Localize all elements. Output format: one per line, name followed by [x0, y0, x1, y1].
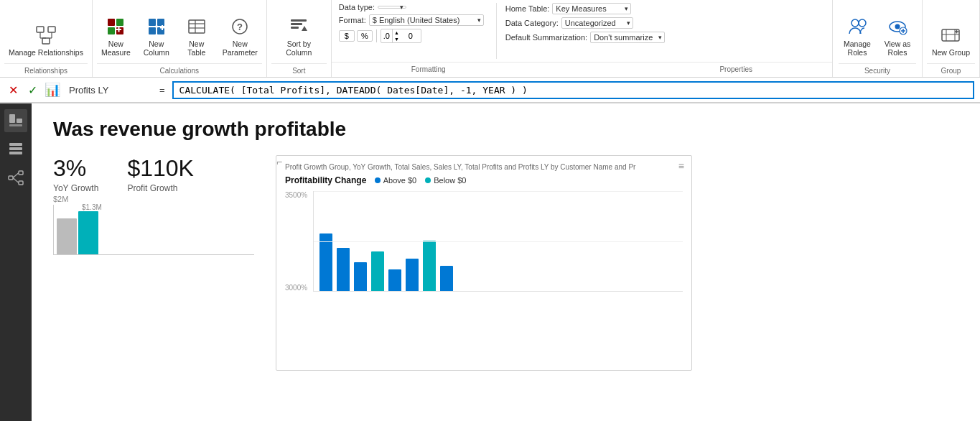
ribbon-group-group: New Group Group — [923, 0, 980, 77]
increment-btn[interactable]: ▲ — [392, 29, 401, 36]
percent-format-btn[interactable]: % — [357, 30, 373, 42]
format-buttons-row: $ % .0 ▲ ▼ — [339, 29, 487, 43]
chart-bar-6 — [406, 259, 419, 291]
data-category-row: Data Category: Uncategorized — [505, 17, 683, 29]
svg-rect-27 — [291, 27, 299, 29]
spinbox-buttons: ▲ ▼ — [392, 29, 401, 42]
sort-by-column-button[interactable]: Sort byColumn — [280, 14, 317, 59]
default-summarization-row: Default Summarization: Don't summarize — [505, 32, 683, 43]
format-dropdown[interactable]: $ English (United States) — [369, 14, 484, 26]
content-body: 3% YoY Growth $110K Profit Growth $2M — [53, 155, 958, 371]
decimal-dot: .0 — [381, 32, 392, 40]
decimal-spinbox[interactable]: .0 ▲ ▼ — [381, 29, 421, 43]
ribbon-group-security: ManageRoles View asRoles — [833, 0, 923, 77]
formula-text: CALCULATE( [Total Profits], DATEADD( Dat… — [179, 85, 528, 96]
sidebar-report-icon[interactable] — [4, 109, 27, 132]
security-group-label: Security — [864, 65, 890, 77]
svg-rect-48 — [9, 176, 13, 180]
svg-rect-50 — [19, 181, 23, 185]
formula-confirm-button[interactable]: ✓ — [25, 82, 40, 98]
new-parameter-icon: ? — [228, 15, 251, 38]
new-measure-label: NewMeasure — [101, 40, 131, 57]
new-column-button[interactable]: NewColumn — [138, 14, 175, 59]
metrics-row: 3% YoY Growth $110K Profit Growth — [53, 155, 254, 193]
drag-handle[interactable]: ≡ — [678, 160, 684, 172]
relationships-items: Manage Relationships — [4, 3, 88, 62]
calculations-group-label-row: Calculations — [97, 63, 262, 77]
svg-rect-19 — [189, 20, 205, 33]
security-items: ManageRoles View asRoles — [839, 3, 916, 62]
new-parameter-button[interactable]: ? NewParameter — [218, 14, 262, 59]
bar-chart-bars — [53, 205, 254, 255]
formula-bar: ✕ ✓ 📊 Profits LY = CALCULATE( [Total Pro… — [0, 78, 980, 103]
content-inner: Was revenue growth profitable 3% YoY Gro… — [53, 118, 958, 407]
ribbon-group-calculations: NewMeasure NewColumn — [93, 0, 267, 77]
left-content: 3% YoY Growth $110K Profit Growth $2M — [53, 155, 254, 371]
decrement-btn[interactable]: ▼ — [392, 36, 401, 42]
profitability-label: Profitability Change — [285, 175, 366, 185]
svg-line-51 — [13, 173, 19, 178]
data-category-label: Data Category: — [505, 19, 559, 27]
view-as-roles-button[interactable]: View asRoles — [879, 14, 916, 59]
new-table-button[interactable]: NewTable — [178, 14, 215, 59]
profitability-row: Profitability Change Above $0 Below $0 — [285, 175, 683, 185]
svg-point-30 — [859, 19, 866, 27]
grid-line-top — [314, 191, 683, 192]
svg-rect-2 — [42, 38, 50, 44]
decimal-input[interactable] — [401, 31, 421, 41]
default-summarization-label: Default Summarization: — [505, 33, 587, 42]
svg-rect-15 — [149, 27, 156, 34]
manage-roles-button[interactable]: ManageRoles — [839, 14, 876, 59]
default-summarization-dropdown[interactable]: Don't summarize — [590, 32, 665, 43]
new-group-button[interactable]: New Group — [928, 22, 974, 59]
formatting-left: Data type: Format: $ English (United Sta… — [339, 3, 497, 59]
ribbon: Manage Relationships Relationships — [0, 0, 980, 78]
right-panel: ≡ ⌐ Profit Growth Group, YoY Growth, Tot… — [276, 155, 692, 371]
page-title: Was revenue growth profitable — [53, 118, 958, 141]
svg-rect-13 — [149, 19, 156, 26]
svg-rect-14 — [157, 19, 164, 26]
legend-above: Above $0 — [375, 176, 416, 185]
ribbon-tabs: Manage Relationships Relationships — [0, 0, 980, 77]
yoy-label: YoY Growth — [53, 183, 98, 193]
data-category-dropdown[interactable]: Uncategorized — [561, 17, 633, 29]
chart-area: 3500% 3000% — [285, 191, 683, 292]
svg-text:?: ? — [237, 22, 243, 32]
new-column-label: NewColumn — [144, 40, 169, 57]
new-group-label: New Group — [932, 48, 970, 57]
svg-rect-42 — [9, 114, 15, 123]
relationships-group-label: Relationships — [24, 65, 67, 77]
new-measure-button[interactable]: NewMeasure — [97, 14, 135, 59]
home-table-dropdown[interactable]: Key Measures — [552, 3, 631, 14]
below-label: Below $0 — [434, 176, 466, 185]
sidebar-data-icon[interactable] — [4, 138, 27, 161]
chart-columns — [313, 191, 683, 292]
calculations-group-label: Calculations — [160, 65, 199, 77]
formula-equals: = — [157, 85, 168, 96]
group-group-label-row: Group — [927, 63, 975, 77]
data-type-dropdown[interactable] — [378, 6, 406, 9]
svg-rect-9 — [108, 27, 115, 34]
left-sidebar — [0, 103, 32, 421]
manage-roles-label: ManageRoles — [844, 40, 871, 57]
y-label-3000: 3000% — [285, 284, 307, 292]
format-row-outer: Format: $ English (United States) — [339, 14, 487, 26]
sidebar-model-icon[interactable] — [4, 167, 27, 190]
legend-below: Below $0 — [425, 176, 466, 185]
above-dot — [375, 177, 381, 183]
manage-relationships-button[interactable]: Manage Relationships — [4, 22, 88, 59]
formula-field-name: Profits LY — [66, 83, 152, 97]
ribbon-formatting-section: Data type: Format: $ English (United Sta… — [332, 0, 833, 77]
security-group-label-row: Security — [839, 63, 916, 77]
chart-bar-1 — [319, 233, 332, 291]
main-area: Was revenue growth profitable 3% YoY Gro… — [0, 103, 980, 421]
formula-expression[interactable]: CALCULATE( [Total Profits], DATEADD( Dat… — [172, 81, 974, 99]
formula-cancel-button[interactable]: ✕ — [6, 82, 21, 98]
new-group-icon — [939, 24, 962, 47]
dollar-format-btn[interactable]: $ — [339, 30, 355, 42]
svg-rect-43 — [17, 119, 22, 123]
properties-label: Properties — [605, 64, 752, 75]
new-column-icon — [145, 15, 168, 38]
chart-bar-4 — [371, 251, 384, 291]
view-as-roles-label: View asRoles — [885, 40, 911, 57]
